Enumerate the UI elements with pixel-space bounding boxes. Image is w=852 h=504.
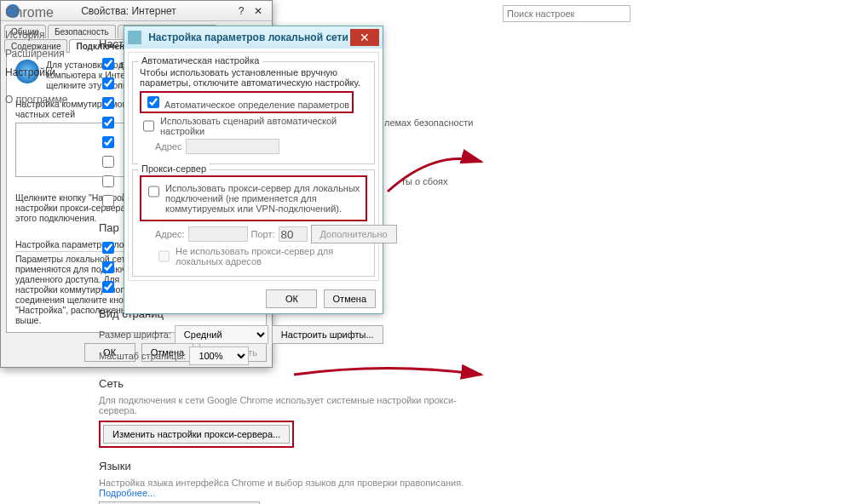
nav-about[interactable]: О программе: [5, 90, 99, 109]
script-address-input: [186, 139, 279, 154]
globe-icon: [128, 31, 141, 44]
opt-checkbox[interactable]: [102, 281, 114, 293]
proxy-port-label: Порт:: [251, 229, 275, 239]
lang-more-link[interactable]: Подробнее...: [99, 488, 155, 498]
opt-checkbox[interactable]: [102, 156, 114, 168]
close-icon[interactable]: ✕: [350, 29, 379, 46]
use-script-checkbox[interactable]: [143, 120, 154, 132]
use-proxy-checkbox[interactable]: [148, 186, 159, 198]
chrome-sidebar: История Расширения Настройки О программе: [5, 26, 99, 504]
bypass-local-checkbox: [158, 250, 170, 262]
lan-dialog-title: Настройка параметров локальной сети: [147, 32, 350, 43]
change-proxy-button[interactable]: Изменить настройки прокси-сервера...: [103, 425, 290, 444]
opt-checkbox[interactable]: [102, 136, 114, 148]
languages-heading: Языки: [99, 460, 482, 472]
proxy-address-input: [188, 226, 248, 242]
use-proxy-label: Использовать прокси-сервер для локальных…: [165, 183, 362, 214]
auto-config-group: Автоматическая настройка: [138, 55, 262, 66]
nav-settings[interactable]: Настройки: [5, 63, 99, 82]
opt-checkbox[interactable]: [102, 175, 114, 187]
proxy-address-label: Адрес:: [155, 229, 185, 239]
network-desc: Для подключения к сети Google Chrome исп…: [99, 395, 482, 415]
opt-checkbox[interactable]: [102, 117, 114, 129]
opt-checkbox[interactable]: [102, 242, 114, 254]
opt-checkbox[interactable]: [102, 58, 114, 70]
proxy-group: Прокси-сервер: [138, 163, 210, 174]
use-script-label: Использовать сценарий автоматической нас…: [160, 116, 367, 136]
opt-checkbox[interactable]: [102, 77, 114, 89]
lan-settings-dialog: Настройка параметров локальной сети ✕ Ав…: [124, 26, 383, 314]
nav-extensions[interactable]: Расширения: [5, 44, 99, 63]
font-size-select[interactable]: Средний: [175, 325, 268, 344]
nav-history[interactable]: История: [5, 26, 99, 44]
opt-checkbox[interactable]: [102, 97, 114, 109]
opt-checkbox[interactable]: [102, 261, 114, 273]
font-size-label: Размер шрифта:: [99, 329, 171, 340]
lan-ok-button[interactable]: ОК: [266, 289, 317, 308]
customize-fonts-button[interactable]: Настроить шрифты...: [272, 325, 383, 344]
search-settings-input[interactable]: [503, 5, 630, 22]
bypass-local-label: Не использовать прокси-сервер для локаль…: [176, 246, 367, 266]
chrome-title: Chrome: [5, 5, 482, 20]
auto-detect-label: Автоматическое определение параметров: [164, 100, 349, 110]
page-zoom-label: Масштаб страницы:: [99, 351, 186, 361]
proxy-port-input: [279, 226, 308, 242]
opt-checkbox[interactable]: [102, 195, 114, 207]
page-zoom-select[interactable]: 100%: [189, 346, 249, 365]
proxy-advanced-button: Дополнительно: [311, 225, 397, 243]
lan-cancel-button[interactable]: Отмена: [324, 289, 376, 308]
script-address-label: Адрес: [155, 141, 182, 152]
lang-desc: Настройка языка интерфейса Chrome и выбо…: [99, 478, 463, 488]
auto-detect-checkbox[interactable]: [147, 96, 159, 108]
auto-config-desc: Чтобы использовать установленные вручную…: [140, 67, 367, 88]
network-heading: Сеть: [99, 377, 482, 390]
